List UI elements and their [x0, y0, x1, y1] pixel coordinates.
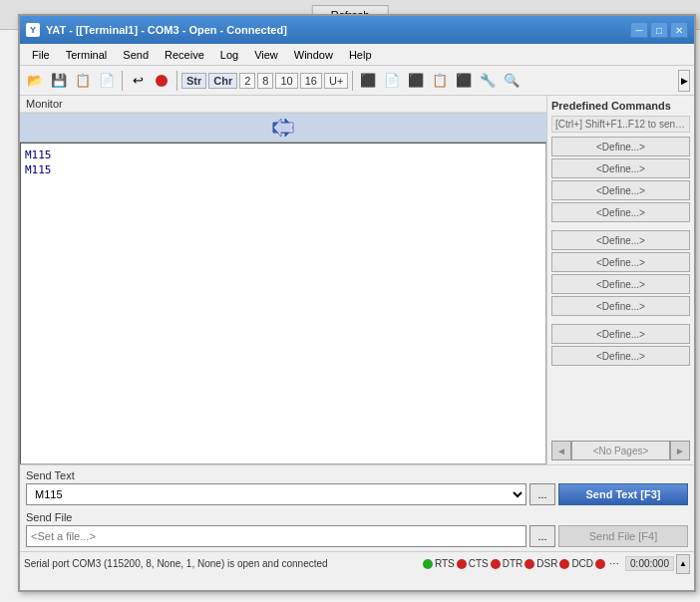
tb-icon6[interactable]: 🔧: [477, 70, 499, 92]
send-text-label: Send Text: [26, 469, 688, 481]
cts-dot: [491, 559, 501, 569]
predef-btn-4[interactable]: <Define...>: [551, 202, 690, 222]
menu-terminal[interactable]: Terminal: [58, 47, 116, 63]
monitor-body[interactable]: M115 M115: [20, 143, 546, 464]
monitor-header: [20, 113, 546, 143]
app-icon: Y: [26, 23, 40, 37]
send-file-row: ... Send File [F4]: [26, 525, 688, 547]
tb-sep-2: [176, 71, 177, 91]
predefined-title: Predefined Commands: [551, 100, 690, 112]
tb-icon4[interactable]: 📋: [429, 70, 451, 92]
tb-icon3[interactable]: ⬛: [405, 70, 427, 92]
tb-save-btn[interactable]: 💾: [48, 70, 70, 92]
status-bar: Serial port COM3 (115200, 8, None, 1, No…: [20, 551, 694, 575]
predef-btn-5[interactable]: <Define...>: [551, 230, 690, 250]
predef-btn-9[interactable]: <Define...>: [551, 324, 690, 344]
menu-log[interactable]: Log: [212, 47, 246, 63]
predef-btn-1[interactable]: <Define...>: [551, 137, 690, 156]
menu-receive[interactable]: Receive: [157, 47, 212, 63]
dcd-dot: [595, 559, 605, 569]
dtr-label: DTR: [503, 558, 524, 569]
send-text-input[interactable]: M115: [26, 483, 526, 505]
minimize-button[interactable]: ─: [630, 22, 648, 38]
predef-nav-prev[interactable]: ◄: [551, 441, 571, 460]
dcd-label: DCD: [571, 558, 593, 569]
conn-indicator: [423, 559, 433, 569]
cts-label: CTS: [469, 558, 489, 569]
tb-cut-btn[interactable]: 📄: [96, 70, 118, 92]
status-text: Serial port COM3 (115200, 8, None, 1, No…: [24, 558, 421, 569]
tb-back-btn[interactable]: ↩: [127, 70, 149, 92]
toolbar: 📂 💾 📋 📄 ↩ Str Chr 2 8 10 16 U+ ⬛ 📄 ⬛ 📋 ⬛…: [20, 66, 694, 96]
tb-num2[interactable]: 2: [239, 73, 255, 89]
predefined-hint: [Ctrl+] Shift+F1..F12 to send f: [551, 116, 690, 133]
tb-scroll-right[interactable]: ▶: [678, 70, 690, 92]
bottom-area: Send Text M115 ... Send Text [F3] Send F…: [20, 464, 694, 551]
send-file-browse[interactable]: ...: [529, 525, 555, 547]
send-text-browse[interactable]: ...: [529, 483, 555, 505]
menu-window[interactable]: Window: [286, 47, 341, 63]
content-area: Monitor M115 M115 Predefined Commands [C…: [20, 96, 694, 464]
menu-bar: File Terminal Send Receive Log View Wind…: [20, 44, 694, 66]
tb-mode-label: Str: [181, 73, 206, 89]
predefined-panel: Predefined Commands [Ctrl+] Shift+F1..F1…: [546, 96, 694, 464]
send-text-button[interactable]: Send Text [F3]: [558, 483, 688, 505]
send-text-row: M115 ... Send Text [F3]: [26, 483, 688, 505]
rts-dot: [457, 559, 467, 569]
predef-nav-label: <No Pages>: [571, 441, 670, 460]
dsr-dot: [559, 559, 569, 569]
menu-send[interactable]: Send: [115, 47, 157, 63]
monitor-label: Monitor: [20, 96, 546, 113]
menu-view[interactable]: View: [246, 47, 286, 63]
tb-sep-1: [122, 71, 123, 91]
send-file-button: Send File [F4]: [558, 525, 688, 547]
predef-btn-6[interactable]: <Define...>: [551, 252, 690, 272]
tb-icon1[interactable]: ⬛: [357, 70, 379, 92]
tb-num8[interactable]: 8: [257, 73, 273, 89]
close-button[interactable]: ✕: [670, 22, 688, 38]
menu-file[interactable]: File: [24, 47, 58, 63]
window-title: YAT - [[Terminal1] - COM3 - Open - Conne…: [46, 24, 287, 36]
tb-sep-3: [352, 71, 353, 91]
title-bar: Y YAT - [[Terminal1] - COM3 - Open - Con…: [20, 16, 694, 44]
predef-btn-3[interactable]: <Define...>: [551, 180, 690, 200]
dtr-dot: [525, 559, 534, 569]
predefined-nav: ◄ <No Pages> ►: [551, 441, 690, 460]
tb-num10[interactable]: 10: [275, 73, 297, 89]
predef-btn-10[interactable]: <Define...>: [551, 346, 690, 366]
tb-num16[interactable]: 16: [300, 73, 322, 89]
main-window: Y YAT - [[Terminal1] - COM3 - Open - Con…: [18, 14, 696, 592]
tb-num-u[interactable]: U+: [324, 73, 348, 89]
window-controls: ─ □ ✕: [630, 22, 688, 38]
tb-chr-label: Chr: [208, 73, 237, 89]
tb-icon5[interactable]: ⬛: [453, 70, 475, 92]
predef-nav-next[interactable]: ►: [670, 441, 690, 460]
status-expand-btn[interactable]: ▲: [676, 554, 690, 574]
rts-label: RTS: [435, 558, 455, 569]
status-time: 0:00:000: [625, 556, 674, 571]
tb-open-btn[interactable]: 📂: [24, 70, 46, 92]
tb-stop-btn[interactable]: [151, 70, 173, 92]
dsr-label: DSR: [536, 558, 557, 569]
monitor-line-2: M115: [25, 162, 541, 177]
send-file-input[interactable]: [26, 525, 526, 547]
predef-btn-7[interactable]: <Define...>: [551, 274, 690, 294]
predef-btn-2[interactable]: <Define...>: [551, 158, 690, 178]
send-receive-icon: [269, 115, 297, 141]
monitor-line-1: M115: [25, 148, 541, 162]
tb-icon2[interactable]: 📄: [381, 70, 403, 92]
send-file-label: Send File: [26, 511, 688, 523]
tb-icon7[interactable]: 🔍: [501, 70, 523, 92]
menu-help[interactable]: Help: [341, 47, 380, 63]
maximize-button[interactable]: □: [650, 22, 668, 38]
tb-copy-btn[interactable]: 📋: [72, 70, 94, 92]
monitor-panel: Monitor M115 M115: [20, 96, 546, 464]
predef-btn-8[interactable]: <Define...>: [551, 296, 690, 316]
toolbar-right: ▶: [678, 70, 690, 92]
